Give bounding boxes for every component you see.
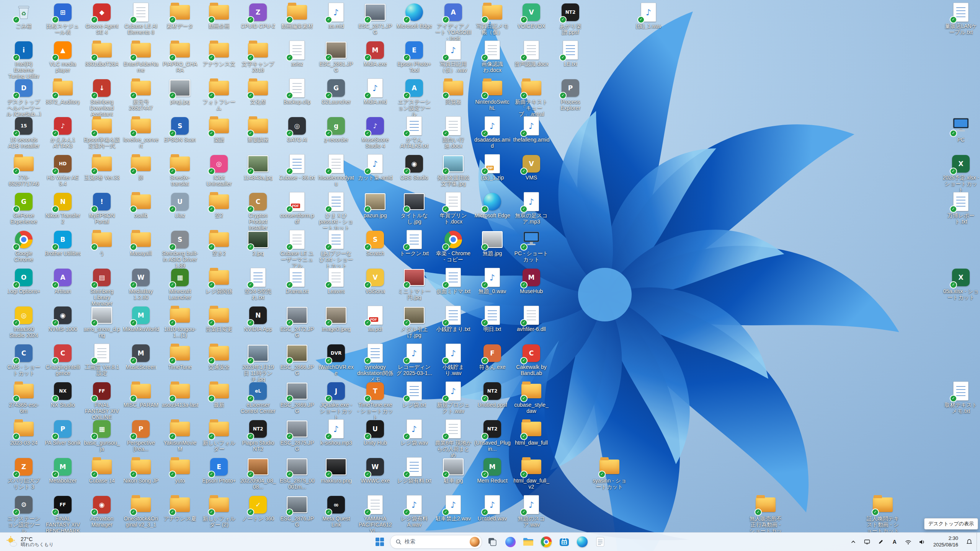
desktop-icon[interactable]: ✓写真日記メモ帳（仮） (474, 2, 511, 36)
desktop-icon[interactable]: ✓pingj.jpg (162, 78, 198, 105)
desktop-icon[interactable]: ✓Cubase - 86.txt (279, 154, 315, 181)
desktop-icon[interactable]: ✓かでんAITALK5.txt (396, 116, 433, 149)
desktop-icon[interactable]: ⊞✓比較スケジュール表 (44, 2, 81, 36)
desktop-icon[interactable]: ✓最新 (201, 381, 237, 408)
desktop-icon[interactable]: ✓仮面ミドマ.txt (435, 267, 472, 295)
desktop-icon[interactable]: ✓8372_Auditory (44, 78, 81, 105)
desktop-icon[interactable]: ✓玉兎8巻 Ver.33 (83, 154, 120, 181)
desktop-icon[interactable]: G✓G2Launcher (318, 78, 354, 105)
desktop-icon[interactable]: ✓asou9413a-last (162, 381, 198, 408)
notepad-button[interactable] (593, 534, 608, 549)
desktop-icon[interactable]: ✓ESC_2875.JPG (279, 419, 315, 452)
desktop-icon[interactable]: ✓hisaslennodyatu (318, 154, 354, 187)
desktop-icon[interactable]: ✓✓ノートン 360 (240, 495, 276, 522)
desktop-icon[interactable]: ✓空2 (201, 192, 237, 219)
desktop-icon[interactable]: ✓農業6年 現地からの入荷まとめ (435, 419, 472, 458)
desktop-icon[interactable]: ✓synology diskstation関係メモ (357, 343, 394, 382)
desktop-icon[interactable]: ✓LE.txt (552, 40, 589, 67)
desktop-icon[interactable]: ✓レジ袋関係 (201, 267, 237, 295)
desktop-icon[interactable]: ✓無人販売所不正行為動画 - ショートカット (747, 495, 784, 533)
desktop-icon[interactable]: ✓YakisunMovieM (162, 419, 198, 452)
desktop-icon[interactable]: ✓無双の足スコア.mp3 (513, 192, 550, 225)
desktop-icon[interactable]: U✓Unity Hub (357, 419, 394, 446)
desktop-icon[interactable]: ✓トークン.txt (396, 230, 433, 257)
desktop-icon[interactable]: ✓タイトルなし.jpg (396, 192, 433, 225)
desktop-icon[interactable]: ✓aero_snow_d.png (83, 305, 120, 339)
desktop-icon[interactable]: ✓駐車禁止2.wav (435, 495, 472, 522)
notification-center-button[interactable] (963, 535, 976, 548)
desktop-icon[interactable]: NT2✓Piapro Studio NT2 (240, 419, 276, 452)
desktop-icon[interactable]: HD✓HD Writer AE 5.4 (44, 154, 81, 187)
desktop-icon[interactable]: ✓レジ袋.txt (396, 381, 433, 408)
desktop-icon[interactable]: ◉✓OBS Studio (396, 154, 433, 181)
desktop-icon[interactable]: ✓as.mid (318, 2, 354, 29)
desktop-icon[interactable]: P✓Process Explorer (552, 78, 589, 111)
desktop-icon[interactable]: ✓(仮)_1.zip (474, 154, 511, 181)
copilot-button[interactable] (503, 534, 518, 549)
desktop-icon[interactable]: ✓面白い行進.docx (435, 116, 472, 149)
desktop-icon[interactable]: ✓114843a.jpg (240, 154, 276, 181)
desktop-icon[interactable]: ✓営業日変更 (201, 305, 237, 333)
desktop-icon[interactable]: ✓ESC_2869.JPG (279, 381, 315, 414)
desktop-icon[interactable]: ↓✓Steinberg Download Assistant (83, 78, 120, 117)
desktop-icon[interactable]: ✓thefalleng.amid (513, 116, 550, 143)
task-view-button[interactable] (485, 534, 500, 549)
desktop-icon[interactable]: V✓VMS (513, 154, 550, 181)
desktop-icon[interactable]: P✓PA Silver Sonik (44, 419, 81, 446)
desktop-icon[interactable]: Z✓ズバリ巨大プリント 3 (5, 457, 42, 490)
desktop-icon[interactable]: ◎✓IObit Uninstaller (201, 154, 237, 187)
desktop-icon[interactable]: ✓動画企画 (201, 2, 237, 29)
desktop-icon[interactable]: V✓VOICEVOX (513, 2, 550, 29)
search-daily-image[interactable] (470, 537, 480, 547)
desktop-icon[interactable]: ✓う (83, 230, 120, 257)
desktop-icon[interactable]: A✓アイディアノート YOASOBI - Inpit (435, 2, 472, 41)
desktop-icon[interactable]: ✓新曲テキスト「キューブ」.astral (513, 78, 550, 117)
desktop-icon[interactable]: ✓Google Chrome (5, 230, 42, 263)
desktop-icon[interactable]: ▦✓Minecraft Launcher (162, 267, 198, 301)
desktop-icon[interactable]: ✓発達支援用絵文字集.jpg (435, 154, 472, 187)
desktop-icon[interactable]: S✓Scratch (357, 230, 394, 257)
desktop-icon[interactable]: ✓カット集.amid (357, 154, 394, 181)
desktop-icon[interactable]: ◉✓Activation Manager (83, 495, 120, 528)
desktop-icon[interactable]: ♻✓ごみ箱 (5, 2, 42, 29)
desktop-icon[interactable]: ♪✓MuseScore Studio 4 (357, 116, 394, 149)
desktop-icon[interactable]: ✓動画編集素材 (279, 2, 315, 29)
desktop-icon[interactable]: ✓2.jpg (240, 230, 276, 257)
desktop-icon[interactable]: ✓ESC_2861.JPG (318, 40, 354, 73)
desktop-icon[interactable]: ✓PIAPRO_CHARA (162, 40, 198, 73)
desktop-icon[interactable]: ✓レコーディング 2025-03-1... (396, 343, 433, 377)
desktop-icon[interactable]: ✓776-65297717A6 (5, 154, 42, 187)
desktop-icon[interactable]: ✓証人喚問テキスト動画 - ショートカット (864, 495, 901, 533)
desktop-icon[interactable]: P✓Perspective [Irea... (122, 419, 159, 452)
desktop-icon[interactable]: ✓k-sishou.mp3 (318, 419, 354, 446)
desktop-icon[interactable]: M✓Metabolizer (44, 457, 81, 484)
desktop-icon[interactable]: C✓CMS - ショートカット (5, 343, 42, 377)
desktop-icon[interactable]: W✓WWWC.exe (357, 457, 394, 484)
desktop-icon[interactable]: ✓交通安全 (201, 343, 237, 370)
desktop-icon[interactable]: NX✓NX Studio (44, 381, 81, 408)
desktop-icon[interactable]: ✓アナウンス夏 (162, 495, 198, 522)
desktop-icon[interactable]: ✓無題.jpg (474, 230, 511, 257)
desktop-icon[interactable]: ▤✓Steinberg Library Manager (83, 267, 120, 306)
desktop-icon[interactable]: ✓Microsoft Edge (474, 192, 511, 219)
tray-network-button[interactable] (902, 535, 915, 548)
desktop-icon[interactable]: ✓yuto (162, 457, 198, 484)
chrome-button[interactable] (539, 534, 554, 549)
desktop-icon[interactable]: Z✓CPUID CPU-Z (240, 2, 276, 29)
desktop-icon[interactable]: ✓makkuro.png (318, 457, 354, 484)
desktop-icon[interactable]: ◉✓NVMS-1000 (44, 305, 81, 333)
desktop-icon[interactable]: ✓lovelive_convert (122, 116, 159, 149)
tray-overflow-chevron[interactable] (847, 535, 860, 548)
desktop-icon[interactable]: ✓明日.txt (474, 305, 511, 333)
search-box[interactable]: 検索 (390, 535, 482, 549)
desktop-icon[interactable]: ✓8301dboT26A (83, 40, 120, 67)
file-explorer-button[interactable] (521, 534, 536, 549)
desktop-icon[interactable]: g✓g-recorder (318, 116, 354, 143)
desktop-icon[interactable]: C✓ChargingIntelligence (44, 343, 81, 377)
desktop-icon[interactable]: ∞✓Meta Quest Link (318, 495, 354, 528)
desktop-icon[interactable]: ✓syasinn - ショートカット (591, 457, 628, 490)
desktop-icon[interactable]: ✓卵 (122, 154, 159, 181)
desktop-icon[interactable]: ✓フォトフレーム (201, 78, 237, 111)
desktop-icon[interactable]: FF✓FINAL FANTASY XIV BENCHMARK (44, 495, 81, 533)
desktop-icon[interactable]: C✓Cakewalk by BandLab (513, 343, 550, 377)
